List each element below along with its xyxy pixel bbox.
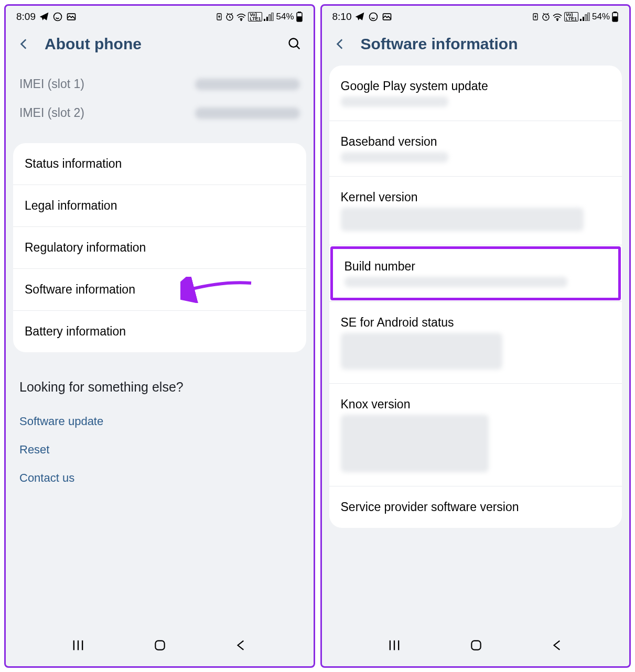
nav-recents-button[interactable] — [71, 638, 85, 653]
settings-card: Status information Legal information Reg… — [13, 143, 306, 352]
row-kernel-version[interactable]: Kernel version — [329, 177, 622, 245]
svg-rect-5 — [264, 19, 265, 21]
alarm-icon — [225, 12, 234, 21]
nav-home-button[interactable] — [469, 638, 483, 652]
back-button[interactable] — [333, 37, 347, 51]
row-label: Software information — [25, 283, 295, 297]
volte-icon: Vo)LTE1 — [564, 12, 578, 21]
navigation-bar — [6, 624, 314, 666]
row-value-blurred — [345, 277, 567, 287]
navigation-bar — [322, 624, 630, 666]
battery-icon — [296, 12, 303, 22]
row-regulatory-information[interactable]: Regulatory information — [13, 227, 306, 269]
highlight-annotation: Build number — [330, 246, 621, 300]
svg-rect-6 — [266, 17, 268, 21]
whatsapp-icon — [52, 12, 63, 22]
whatsapp-icon — [368, 12, 379, 22]
row-google-play-update[interactable]: Google Play system update — [329, 66, 622, 121]
telegram-icon — [354, 12, 365, 22]
row-battery-information[interactable]: Battery information — [13, 311, 306, 352]
battery-icon — [611, 12, 619, 22]
wifi-icon — [236, 13, 246, 21]
imei-slot-1[interactable]: IMEI (slot 1) — [19, 70, 300, 99]
imei-value-blurred — [195, 107, 300, 119]
nav-back-button[interactable] — [234, 638, 248, 652]
back-button[interactable] — [17, 37, 31, 51]
link-software-update[interactable]: Software update — [19, 407, 300, 436]
row-label: SE for Android status — [341, 316, 611, 330]
signal-icon — [264, 13, 274, 21]
wifi-icon — [552, 13, 563, 21]
row-label: Build number — [345, 259, 607, 274]
battery-percent: 54% — [276, 12, 294, 22]
row-legal-information[interactable]: Legal information — [13, 185, 306, 227]
svg-rect-25 — [613, 17, 617, 21]
telegram-icon — [39, 12, 49, 22]
imei-slot-2[interactable]: IMEI (slot 2) — [19, 99, 300, 127]
imei-value-blurred — [195, 79, 300, 90]
status-bar: 8:09 Vo)LTE1 54% — [6, 6, 314, 26]
svg-point-14 — [370, 13, 378, 21]
nav-recents-button[interactable] — [387, 638, 402, 653]
page-title: About phone — [45, 35, 274, 53]
battery-percent: 54% — [592, 12, 610, 22]
row-label: Knox version — [341, 397, 611, 411]
row-knox-version[interactable]: Knox version — [329, 384, 622, 486]
row-label: Regulatory information — [25, 241, 295, 255]
svg-rect-8 — [272, 13, 273, 21]
link-reset[interactable]: Reset — [19, 436, 300, 464]
battery-saver-icon — [531, 13, 540, 21]
row-label: Google Play system update — [341, 79, 611, 93]
svg-rect-13 — [156, 641, 165, 649]
settings-card: Google Play system update Baseband versi… — [329, 66, 622, 528]
row-service-provider-version[interactable]: Service provider software version — [329, 486, 622, 528]
imei-label: IMEI (slot 1) — [19, 77, 84, 91]
row-value-blurred — [341, 96, 449, 107]
photo-icon — [66, 12, 77, 22]
footer-title: Looking for something else? — [19, 380, 300, 395]
imei-label: IMEI (slot 2) — [19, 106, 84, 120]
phone-left: 8:09 Vo)LTE1 54% About phone IMEI (slot … — [4, 4, 315, 668]
volte-icon: Vo)LTE1 — [248, 12, 262, 21]
svg-rect-20 — [583, 17, 584, 21]
imei-section: IMEI (slot 1) IMEI (slot 2) — [6, 66, 314, 139]
photo-icon — [382, 12, 392, 22]
page-header: About phone — [6, 26, 314, 66]
svg-point-12 — [289, 39, 297, 47]
link-contact-us[interactable]: Contact us — [19, 464, 300, 492]
search-button[interactable] — [287, 37, 302, 51]
status-time: 8:10 — [332, 11, 352, 23]
row-label: Baseband version — [341, 135, 611, 149]
row-label: Battery information — [25, 324, 295, 339]
annotation-arrow-icon — [180, 277, 254, 303]
battery-saver-icon — [215, 13, 223, 21]
row-baseband-version[interactable]: Baseband version — [329, 121, 622, 177]
row-label: Status information — [25, 157, 295, 171]
row-build-number[interactable]: Build number — [329, 245, 622, 302]
row-label: Kernel version — [341, 190, 611, 204]
phone-right: 8:10 Vo)LTE1 54% Software information Go… — [320, 4, 631, 668]
row-software-information[interactable]: Software information — [13, 269, 306, 311]
svg-rect-24 — [614, 12, 616, 13]
row-value-blurred — [341, 415, 489, 472]
nav-home-button[interactable] — [153, 638, 167, 652]
svg-point-0 — [53, 13, 61, 21]
row-status-information[interactable]: Status information — [13, 143, 306, 185]
status-bar: 8:10 Vo)LTE1 54% — [322, 6, 630, 26]
footer-section: Looking for something else? Software upd… — [6, 366, 314, 506]
page-title: Software information — [361, 35, 618, 53]
row-label: Legal information — [25, 199, 295, 213]
svg-rect-22 — [588, 13, 589, 21]
svg-rect-21 — [585, 15, 587, 21]
page-header: Software information — [322, 26, 630, 66]
svg-rect-19 — [580, 19, 582, 21]
row-se-android-status[interactable]: SE for Android status — [329, 302, 622, 384]
signal-icon — [580, 13, 590, 21]
alarm-icon — [541, 12, 551, 21]
svg-rect-7 — [269, 15, 271, 21]
row-label: Service provider software version — [341, 500, 611, 514]
row-value-blurred — [341, 208, 584, 231]
svg-rect-11 — [297, 17, 302, 21]
svg-point-18 — [557, 20, 558, 21]
nav-back-button[interactable] — [551, 638, 564, 652]
